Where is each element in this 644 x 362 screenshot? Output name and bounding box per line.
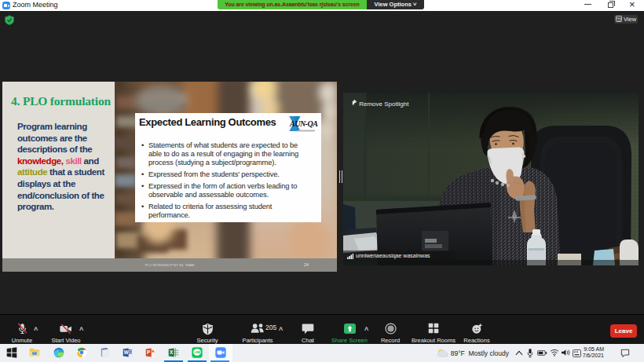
svg-text:AUN-QA: AUN-QA [289,119,318,128]
svg-text:LINE: LINE [194,351,201,354]
svg-text:W: W [124,349,129,355]
svg-text:P: P [147,349,150,355]
